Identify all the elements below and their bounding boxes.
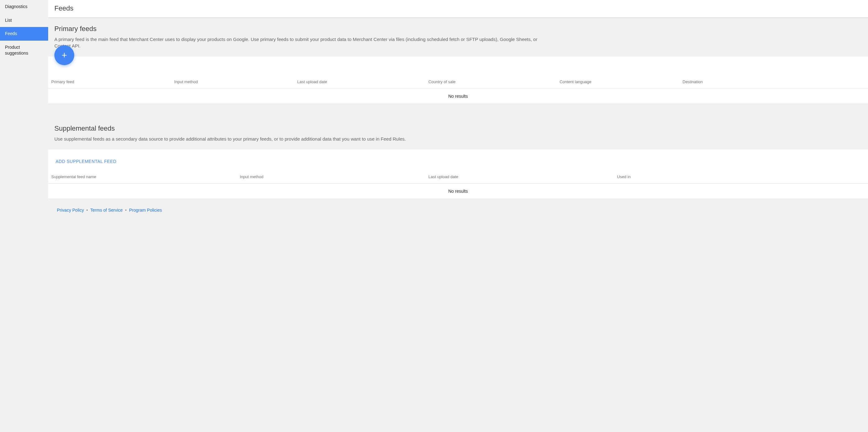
- supplemental-feeds-description: Use supplemental feeds as a secondary da…: [54, 136, 539, 142]
- primary-feeds-header: Primary feeds A primary feed is the main…: [48, 18, 868, 57]
- terms-of-service-link[interactable]: Terms of Service: [90, 208, 123, 212]
- col-supp-name: Supplemental feed name: [48, 170, 237, 184]
- supplemental-feeds-header: Supplemental feeds Use supplemental feed…: [48, 118, 868, 149]
- col-supp-last-upload: Last upload date: [425, 170, 614, 184]
- primary-no-results: No results: [48, 89, 868, 104]
- main-content: Feeds Primary feeds A primary feed is th…: [48, 0, 868, 432]
- col-input-method: Input method: [171, 75, 294, 89]
- footer: Privacy Policy • Terms of Service • Prog…: [48, 199, 868, 221]
- sidebar-item-diagnostics[interactable]: Diagnostics: [0, 0, 48, 14]
- sidebar-item-list[interactable]: List: [0, 14, 48, 27]
- supplemental-no-results: No results: [48, 184, 868, 199]
- supplemental-feeds-table: Supplemental feed name Input method Last…: [48, 170, 868, 199]
- primary-feeds-description: A primary feed is the main feed that Mer…: [54, 36, 539, 49]
- add-primary-feed-button[interactable]: +: [54, 45, 74, 65]
- col-last-upload-date: Last upload date: [294, 75, 425, 89]
- supplemental-feeds-table-wrap: ADD SUPPLEMENTAL FEED Supplemental feed …: [48, 149, 868, 199]
- supplemental-feeds-title: Supplemental feeds: [54, 125, 862, 133]
- page-header: Feeds: [48, 0, 868, 18]
- page-title: Feeds: [54, 4, 862, 12]
- sidebar: Diagnostics List Feeds Product suggestio…: [0, 0, 48, 432]
- col-supp-used-in: Used in: [614, 170, 868, 184]
- col-supp-input-method: Input method: [237, 170, 425, 184]
- primary-feeds-title: Primary feeds: [54, 25, 862, 33]
- col-destination: Destination: [679, 75, 868, 89]
- primary-feeds-table: Primary feed Input method Last upload da…: [48, 75, 868, 104]
- program-policies-link[interactable]: Program Policies: [129, 208, 162, 212]
- plus-icon: +: [62, 50, 67, 61]
- separator-dot: •: [86, 208, 88, 212]
- col-content-language: Content language: [556, 75, 679, 89]
- sidebar-item-product-suggestions[interactable]: Product suggestions: [0, 41, 48, 60]
- sidebar-item-feeds[interactable]: Feeds: [0, 27, 48, 41]
- privacy-policy-link[interactable]: Privacy Policy: [57, 208, 84, 212]
- col-country-of-sale: Country of sale: [425, 75, 556, 89]
- separator-dot: •: [125, 208, 127, 212]
- add-supplemental-feed-button[interactable]: ADD SUPPLEMENTAL FEED: [54, 157, 118, 166]
- primary-feeds-table-wrap: + Primary feed Input method Last upload …: [48, 57, 868, 104]
- col-primary-feed: Primary feed: [48, 75, 171, 89]
